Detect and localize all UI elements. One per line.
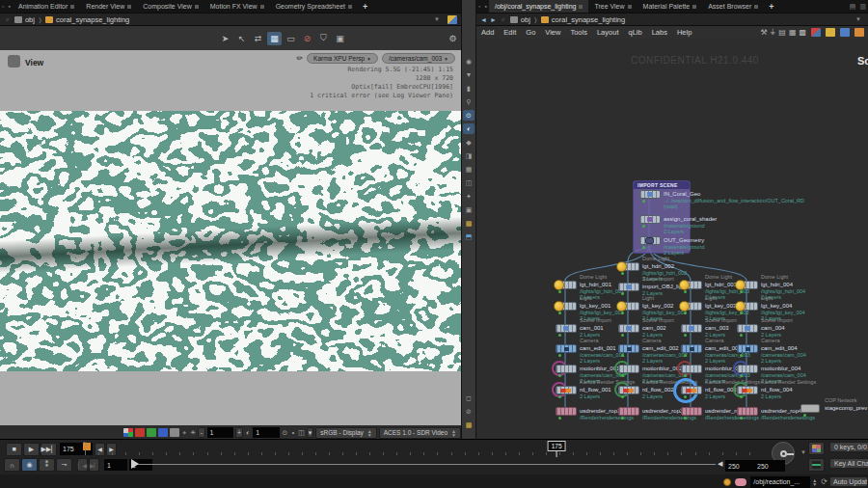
menu-tools[interactable]: Tools bbox=[565, 28, 592, 37]
output-transform-select[interactable]: ACES 1.0 - SDR Video▲▼ bbox=[379, 427, 461, 439]
tab-close-icon[interactable] bbox=[579, 5, 583, 9]
node-body[interactable] bbox=[737, 302, 758, 311]
exposure-plus-button[interactable]: + bbox=[235, 427, 242, 438]
left-new-tab-button[interactable]: + bbox=[358, 2, 372, 12]
path-pin-icon[interactable]: ⌕ bbox=[4, 15, 12, 23]
go-to-end-button[interactable]: ▶▶▏ bbox=[41, 443, 57, 456]
node-body[interactable] bbox=[681, 407, 702, 416]
luminance-channel-icon[interactable] bbox=[170, 427, 179, 438]
dot-icon[interactable]: • bbox=[290, 427, 297, 438]
tab-right-1[interactable]: Tree View bbox=[588, 0, 637, 13]
integer-frames-toggle[interactable]: ⁑ bbox=[39, 458, 55, 472]
render-viewport[interactable]: View ✏ Karma XPU Persp ▼ /cameras/cam_00… bbox=[0, 50, 461, 425]
path-node[interactable]: coral_synapse_lighting bbox=[552, 15, 625, 24]
node-body[interactable] bbox=[639, 236, 661, 245]
back-button[interactable]: ◄ bbox=[480, 16, 487, 23]
node-body[interactable] bbox=[618, 262, 639, 271]
handles-icon[interactable]: ✦ bbox=[463, 191, 475, 202]
node-body[interactable] bbox=[618, 386, 639, 394]
node-body[interactable] bbox=[681, 281, 702, 289]
wireframe-icon[interactable]: ◨ bbox=[463, 150, 475, 161]
path-pin-icon[interactable]: ⌕ bbox=[500, 15, 507, 23]
gear-icon[interactable]: ⚙ bbox=[446, 32, 460, 45]
parameter-ball-icon[interactable] bbox=[723, 478, 731, 486]
tab-left-0[interactable]: Animation Editor bbox=[13, 0, 80, 13]
node-body[interactable] bbox=[681, 324, 702, 333]
renderer-selector[interactable]: Karma XPU Persp ▼ bbox=[307, 53, 378, 64]
path-dropdown-arrow[interactable]: ▼ bbox=[853, 16, 864, 22]
swatch-yellow-icon[interactable] bbox=[826, 28, 835, 37]
scoped-channels-button[interactable] bbox=[808, 442, 825, 455]
node-body[interactable] bbox=[737, 281, 758, 289]
path-root[interactable]: obj bbox=[25, 15, 35, 24]
swatch-orange-icon[interactable] bbox=[854, 28, 864, 37]
brain-icon[interactable] bbox=[735, 478, 746, 486]
background-grid-icon[interactable]: ▩ bbox=[463, 420, 475, 430]
node-body[interactable] bbox=[556, 386, 577, 394]
palette-grid-icon[interactable]: ▦ bbox=[789, 28, 797, 37]
right-new-tab-button[interactable]: + bbox=[764, 2, 778, 12]
node-body[interactable] bbox=[681, 386, 702, 394]
pane-maximize-icon[interactable]: ▤ bbox=[848, 3, 858, 11]
visibility-icon[interactable]: ◉ bbox=[463, 56, 475, 67]
auto-update-select[interactable]: Auto Update bbox=[829, 476, 868, 487]
node-body[interactable] bbox=[639, 190, 661, 199]
tab-right-0[interactable]: /obj/coral_synapse_lighting bbox=[489, 0, 588, 13]
node-body[interactable] bbox=[556, 302, 577, 311]
display-menu-arrow[interactable]: ▾ bbox=[307, 427, 313, 438]
colorspace-select[interactable]: sRGB - Display▲▼ bbox=[315, 427, 376, 439]
tab-close-icon[interactable] bbox=[195, 5, 199, 9]
grid-icon[interactable]: ▩ bbox=[799, 28, 806, 37]
snapshot-yellow-icon[interactable]: ▩ bbox=[463, 218, 475, 229]
tab-left-4[interactable]: Geometry Spreadsheet bbox=[270, 0, 358, 13]
play-button[interactable]: ▶ bbox=[23, 443, 40, 456]
node-body[interactable] bbox=[800, 404, 820, 413]
range-slider-track[interactable] bbox=[133, 464, 716, 465]
keys-info-button[interactable]: 0 keys, 0/0 channels bbox=[829, 442, 868, 452]
node-body[interactable] bbox=[618, 365, 639, 373]
tab-left-1[interactable]: Render View bbox=[80, 0, 137, 13]
realtime-toggle[interactable]: ◉ bbox=[21, 458, 38, 472]
tab-left-2[interactable]: Composite View bbox=[137, 0, 203, 13]
filter-icon[interactable]: ▼ bbox=[463, 69, 475, 80]
tab-right-3[interactable]: Asset Browser bbox=[702, 0, 764, 13]
dopnet-sim-button[interactable]: ⊸ bbox=[56, 458, 72, 472]
gamma-icon[interactable]: ◐ bbox=[245, 427, 252, 438]
tools-icon[interactable]: ⚒ bbox=[760, 28, 767, 37]
menu-add[interactable]: Add bbox=[476, 28, 499, 37]
eyedropper-icon[interactable]: ✏ bbox=[296, 54, 303, 63]
node-body[interactable] bbox=[618, 283, 639, 291]
global-start-field[interactable]: 1 bbox=[104, 459, 127, 471]
menu-edit[interactable]: Edit bbox=[499, 28, 521, 37]
node-body[interactable] bbox=[618, 344, 639, 353]
forward-button[interactable]: ► bbox=[490, 16, 497, 23]
node-body[interactable] bbox=[681, 365, 702, 373]
menu-layout[interactable]: Layout bbox=[592, 28, 624, 37]
snap-toggle-icon[interactable]: ▦ bbox=[267, 32, 282, 45]
scoped-path-field[interactable]: /obj/reaction_... bbox=[750, 476, 810, 488]
path-root[interactable]: obj bbox=[521, 15, 530, 24]
node-body[interactable] bbox=[556, 344, 577, 353]
stop-button[interactable]: ■ bbox=[6, 443, 22, 456]
playback-mode-button[interactable]: ∩ bbox=[4, 458, 20, 472]
render-disable-icon[interactable]: ⊘ bbox=[300, 32, 314, 45]
blue-channel-icon[interactable] bbox=[158, 427, 168, 438]
menu-labs[interactable]: Labs bbox=[647, 28, 672, 37]
tab-close-icon[interactable] bbox=[348, 5, 352, 9]
viewport-menu-icon[interactable]: ▭ bbox=[284, 32, 298, 45]
node-body[interactable] bbox=[556, 324, 577, 333]
tab-left-3[interactable]: Motion FX View bbox=[204, 0, 270, 13]
disable-icon[interactable]: ⊘ bbox=[463, 406, 475, 417]
menu-qlib[interactable]: qLib bbox=[623, 28, 646, 37]
camera-selector[interactable]: /cameras/cam_003 ▼ bbox=[382, 53, 455, 64]
playback-end-field[interactable]: 250 bbox=[725, 460, 756, 472]
swatch-multi-icon[interactable] bbox=[811, 28, 821, 37]
tab-close-icon[interactable] bbox=[127, 5, 131, 9]
menu-help[interactable]: Help bbox=[672, 28, 696, 37]
range-slider-handle[interactable] bbox=[131, 459, 139, 469]
menu-go[interactable]: Go bbox=[521, 28, 540, 37]
global-end-field[interactable]: 250 bbox=[754, 460, 785, 472]
node-body[interactable] bbox=[737, 324, 758, 333]
tab-close-icon[interactable] bbox=[260, 5, 264, 9]
node-body[interactable] bbox=[737, 386, 758, 394]
